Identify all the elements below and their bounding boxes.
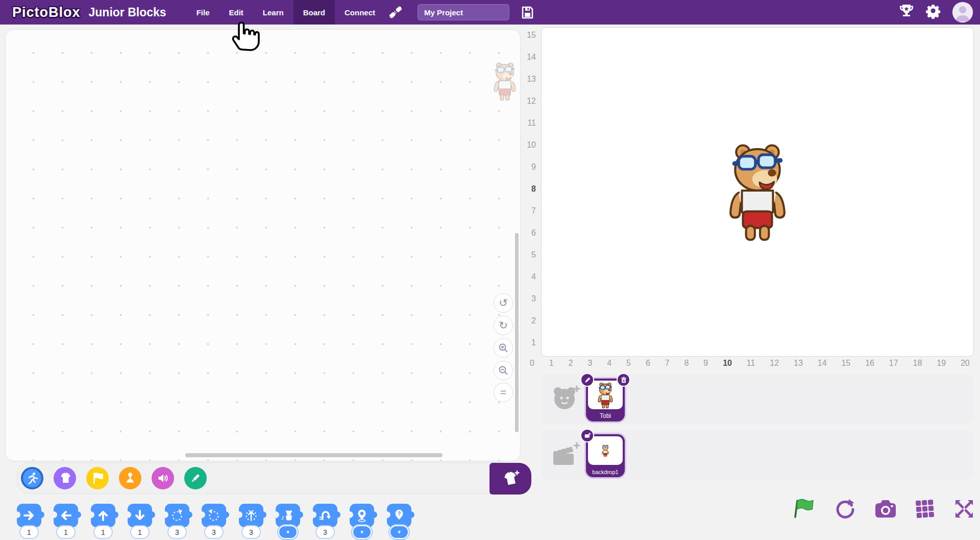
x-axis-label: 2 [569, 359, 573, 370]
dropdown-arrow-icon: ▾ [398, 529, 401, 535]
block-value[interactable]: 3 [204, 525, 224, 539]
category-motion[interactable] [21, 467, 43, 489]
menu-learn[interactable]: Learn [253, 0, 293, 25]
block-go-to-position[interactable]: ▾ [350, 504, 374, 540]
zoom-reset-button[interactable]: = [494, 383, 513, 402]
category-pen[interactable] [184, 467, 207, 489]
block-dropdown[interactable]: ▾ [278, 525, 298, 539]
block-move-up[interactable]: 1 [91, 504, 115, 540]
y-axis-label: 15 [527, 31, 536, 40]
green-flag-button[interactable] [792, 497, 817, 523]
camera-button[interactable] [874, 498, 897, 522]
block-move-left[interactable]: 1 [54, 504, 78, 540]
workspace-horizontal-scrollbar[interactable] [185, 453, 443, 457]
y-axis-label: 10 [527, 140, 536, 150]
connect-plug-icon[interactable] [388, 5, 403, 20]
arrow-left-icon [59, 509, 72, 522]
add-sprite-button[interactable] [549, 383, 582, 415]
rotate-cw-icon [170, 508, 184, 523]
block-go-to-random[interactable]: ? ▾ [387, 504, 411, 540]
image-plus-icon [584, 432, 591, 439]
backdrops-panel: backdrop1 [541, 430, 974, 480]
stage-x-axis: 01234567891011121314151617181920 [530, 359, 970, 370]
trophy-icon[interactable] [898, 3, 915, 21]
category-looks[interactable] [54, 467, 76, 489]
category-control[interactable] [119, 467, 141, 489]
block-move-up-steps[interactable]: 3 [239, 504, 263, 540]
fullscreen-icon [952, 497, 976, 521]
block-value[interactable]: 3 [167, 525, 187, 539]
dropdown-arrow-icon: ▾ [286, 529, 289, 535]
block-move-down[interactable]: 1 [128, 504, 152, 540]
menu-board[interactable]: Board [293, 0, 335, 25]
zoom-in-button[interactable] [494, 338, 513, 358]
block-value[interactable]: 1 [19, 525, 39, 539]
pen-icon [189, 472, 202, 485]
y-axis-label: 2 [531, 316, 536, 325]
menu-file[interactable]: File [187, 0, 219, 25]
zoom-out-button[interactable] [494, 361, 513, 380]
fullscreen-button[interactable] [952, 497, 976, 523]
delete-sprite-badge[interactable] [617, 373, 630, 387]
mode-title: Junior Blocks [89, 6, 166, 19]
category-sound[interactable] [152, 467, 174, 489]
speaker-icon [156, 472, 169, 485]
add-backdrop-button[interactable] [549, 438, 582, 471]
sprite-tobi[interactable] [726, 138, 789, 243]
zoom-reset-icon: = [500, 386, 506, 398]
gear-icon[interactable] [926, 4, 941, 21]
code-workspace[interactable] [5, 29, 521, 461]
block-value[interactable]: 1 [93, 525, 113, 539]
project-name-input[interactable] [418, 4, 509, 20]
zoom-in-icon [498, 343, 508, 353]
avatar[interactable] [952, 2, 973, 22]
menu-edit[interactable]: Edit [219, 0, 253, 25]
add-costume-button[interactable] [489, 463, 531, 495]
y-axis-label: 5 [531, 250, 536, 260]
menu-bar: File Edit Learn Board Connect [187, 0, 385, 25]
block-move-right[interactable]: 1 [17, 504, 41, 540]
restart-button[interactable] [834, 497, 857, 523]
x-axis-label: 13 [794, 359, 803, 370]
x-axis-label: 19 [937, 359, 946, 370]
paint-sprite-badge[interactable] [580, 373, 594, 387]
svg-text:?: ? [398, 510, 401, 516]
block-glide-to-sprite[interactable]: ▾ [276, 504, 300, 540]
backdrop-thumbnail [588, 436, 623, 465]
save-icon[interactable] [521, 6, 534, 19]
block-value[interactable]: 1 [56, 525, 76, 539]
arrow-right-icon [22, 509, 36, 522]
paintbrush-icon [584, 377, 591, 384]
stage-controls [792, 497, 976, 523]
block-rotate-clockwise[interactable]: 3 [165, 504, 189, 540]
block-dropdown[interactable]: ▾ [389, 525, 409, 539]
shirt-icon [58, 472, 71, 485]
undo-button[interactable]: ↺ [494, 293, 513, 313]
edit-backdrop-badge[interactable] [580, 429, 594, 442]
runner-icon [26, 472, 39, 485]
block-bounce-turn[interactable]: 3 [313, 504, 337, 540]
joystick-icon [124, 472, 137, 485]
block-value[interactable]: 1 [130, 525, 150, 539]
bear-icon [281, 508, 295, 523]
x-axis-label: 16 [865, 359, 874, 370]
sprite-card-tobi[interactable]: Tobi [586, 379, 625, 421]
block-dropdown[interactable]: ▾ [352, 525, 372, 539]
sprite-name-label: Tobi [586, 412, 625, 419]
backdrop-card-backdrop1[interactable]: backdrop1 [586, 434, 625, 477]
app-header: PictoBlox Junior Blocks File Edit Learn … [0, 0, 980, 25]
grid-button[interactable] [914, 498, 936, 522]
block-value[interactable]: 3 [241, 525, 261, 539]
sprites-panel: Tobi [541, 374, 974, 424]
block-category-bar [17, 462, 514, 494]
shirt-plus-icon [500, 468, 521, 489]
header-right-group [898, 0, 973, 25]
y-axis-label: 13 [527, 75, 536, 84]
block-value[interactable]: 3 [315, 525, 335, 539]
x-axis-label: 4 [607, 359, 611, 370]
redo-button[interactable]: ↻ [494, 316, 513, 335]
dropdown-arrow-icon: ▾ [360, 529, 363, 535]
category-events[interactable] [86, 467, 109, 489]
menu-connect[interactable]: Connect [335, 0, 385, 25]
block-rotate-anticlockwise[interactable]: 3 [202, 504, 226, 540]
